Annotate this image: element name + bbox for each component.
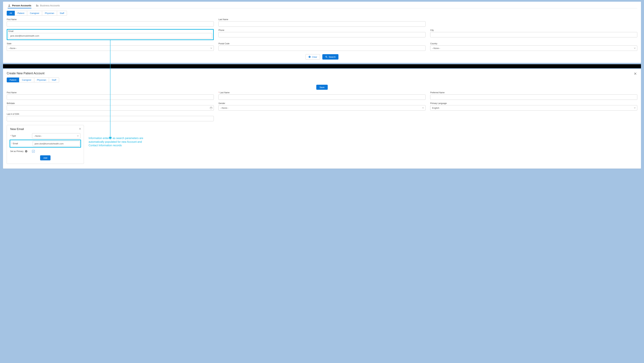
subtab-staff[interactable]: Staff bbox=[57, 11, 67, 16]
birthdate-input[interactable] bbox=[7, 105, 214, 110]
svg-rect-2 bbox=[37, 5, 38, 6]
save-row: Save bbox=[7, 85, 637, 90]
person-icon bbox=[8, 4, 11, 7]
state-select[interactable]: --None-- bbox=[7, 46, 214, 51]
tab-label: Business Accounts bbox=[40, 4, 60, 7]
svg-line-11 bbox=[327, 57, 327, 58]
subtab-all[interactable]: All bbox=[7, 11, 15, 16]
divider-band bbox=[3, 64, 641, 68]
state-value: --None-- bbox=[8, 47, 16, 50]
email-type-value: --None-- bbox=[34, 135, 42, 137]
svg-point-10 bbox=[326, 56, 327, 57]
add-button[interactable]: Add bbox=[40, 155, 50, 160]
language-select[interactable]: English bbox=[430, 105, 637, 110]
label: Email bbox=[8, 30, 212, 32]
search-button[interactable]: Search bbox=[322, 54, 338, 60]
tab-person-accounts[interactable]: Person Accounts bbox=[8, 4, 32, 7]
card-title: New Email bbox=[10, 128, 80, 131]
field-ssn: Last 4 of SSN bbox=[7, 113, 214, 121]
country-value: --None-- bbox=[432, 47, 440, 50]
field-city: City bbox=[430, 29, 637, 40]
account-type-tabs: Person Accounts Business Accounts bbox=[7, 2, 637, 8]
info-icon[interactable]: i bbox=[25, 150, 27, 152]
create-tab-physician[interactable]: Physician bbox=[34, 78, 49, 82]
email-input[interactable] bbox=[8, 33, 212, 38]
label: Gender bbox=[218, 102, 426, 104]
subtab-physician[interactable]: Physician bbox=[42, 11, 57, 16]
tab-business-accounts[interactable]: Business Accounts bbox=[36, 4, 60, 7]
label: First Name bbox=[7, 92, 214, 94]
create-account-panel: Create New Patient Account Patient Careg… bbox=[3, 69, 641, 168]
search-actions: Clear Search bbox=[7, 54, 637, 60]
field-preferred-name: Preferred Name bbox=[430, 92, 637, 100]
calendar-icon[interactable] bbox=[210, 106, 212, 109]
card-close-button[interactable] bbox=[79, 128, 82, 130]
label: Last 4 of SSN bbox=[7, 113, 214, 115]
field-country: Country --None-- bbox=[430, 42, 637, 51]
svg-rect-1 bbox=[36, 4, 37, 6]
clear-button[interactable]: Clear bbox=[306, 54, 320, 60]
label: State bbox=[7, 42, 214, 45]
svg-rect-3 bbox=[36, 5, 36, 5]
postal-input[interactable] bbox=[218, 46, 426, 51]
label: Set as Primary i bbox=[10, 150, 32, 153]
preferred-name-input[interactable] bbox=[430, 94, 637, 100]
new-email-card: New Email Type --None-- Email bbox=[7, 125, 84, 164]
primary-label-text: Set as Primary bbox=[10, 150, 24, 152]
field-last-name: Last Name bbox=[218, 18, 426, 27]
save-button[interactable]: Save bbox=[316, 85, 328, 90]
language-value: English bbox=[432, 107, 439, 109]
label: Birthdate bbox=[7, 102, 214, 104]
field-postal: Postal Code bbox=[218, 42, 426, 51]
field-first-name: First Name bbox=[7, 18, 214, 27]
city-input[interactable] bbox=[430, 32, 637, 38]
field-last-name: Last Name bbox=[218, 92, 426, 100]
ssn-input[interactable] bbox=[7, 116, 214, 121]
email-type-select[interactable]: --None-- bbox=[32, 133, 80, 138]
card-email-input[interactable] bbox=[33, 141, 80, 146]
field-state: State --None-- bbox=[7, 42, 214, 51]
label: Primary Language bbox=[430, 102, 637, 104]
field-email: Email bbox=[8, 30, 212, 38]
button-label: Save bbox=[320, 86, 324, 88]
building-icon bbox=[36, 4, 39, 7]
create-tab-caregiver[interactable]: Caregiver bbox=[19, 78, 34, 82]
label: Type bbox=[10, 135, 32, 137]
record-type-tabs: All Patient Caregiver Physician Staff bbox=[7, 11, 637, 16]
create-type-tabs: Patient Caregiver Physician Staff bbox=[7, 78, 637, 82]
create-tab-staff[interactable]: Staff bbox=[49, 78, 59, 82]
button-label: Add bbox=[43, 157, 47, 159]
gender-value: --None-- bbox=[220, 107, 228, 109]
clear-icon bbox=[308, 56, 311, 58]
subtab-patient[interactable]: Patient bbox=[15, 11, 27, 16]
last-name-input[interactable] bbox=[218, 21, 426, 27]
country-select[interactable]: --None-- bbox=[430, 46, 637, 51]
label: Preferred Name bbox=[430, 92, 637, 94]
svg-rect-12 bbox=[210, 107, 212, 109]
label: Email bbox=[11, 142, 33, 145]
email-highlight: Email bbox=[7, 29, 214, 40]
field-first-name: First Name bbox=[7, 92, 214, 100]
gender-select[interactable]: --None-- bbox=[218, 105, 426, 110]
field-birthdate: Birthdate bbox=[7, 102, 214, 110]
label: Postal Code bbox=[218, 42, 426, 45]
label: Last Name bbox=[218, 92, 426, 94]
label: Country bbox=[430, 42, 637, 45]
email-highlight: Email bbox=[10, 140, 81, 148]
label: Last Name bbox=[218, 18, 426, 21]
button-label: Search bbox=[329, 56, 336, 58]
close-button[interactable] bbox=[634, 72, 637, 75]
primary-checkbox[interactable] bbox=[32, 150, 35, 153]
annotation-text: Information entered as search parameters… bbox=[88, 136, 146, 147]
subtab-caregiver[interactable]: Caregiver bbox=[27, 11, 42, 16]
last-name-input[interactable] bbox=[218, 94, 426, 100]
first-name-input[interactable] bbox=[7, 21, 214, 27]
first-name-input[interactable] bbox=[7, 94, 214, 100]
svg-rect-7 bbox=[38, 5, 38, 6]
search-panel: Person Accounts Business Accounts All Pa… bbox=[3, 2, 641, 63]
create-tab-patient[interactable]: Patient bbox=[7, 78, 19, 82]
search-icon bbox=[325, 56, 328, 58]
phone-input[interactable] bbox=[218, 32, 426, 38]
field-language: Primary Language English bbox=[430, 102, 637, 110]
tab-label: Person Accounts bbox=[12, 4, 32, 7]
